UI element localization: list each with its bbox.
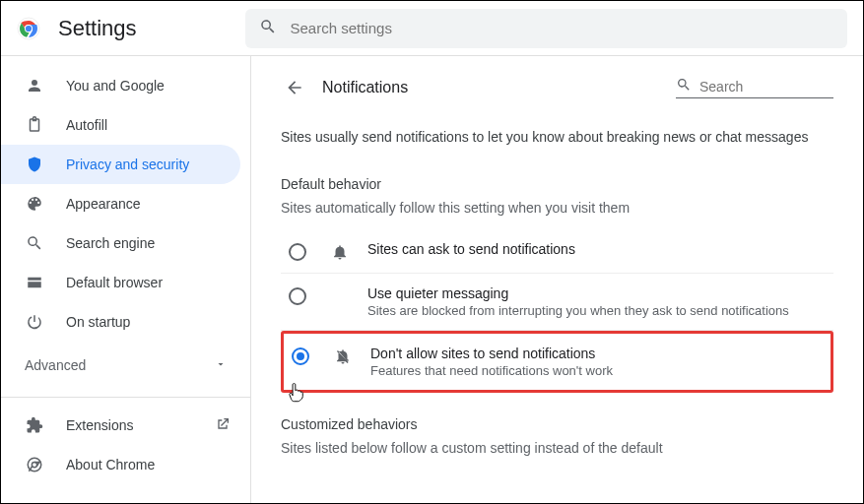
- page-title: Notifications: [322, 79, 676, 96]
- sidebar-item-label: Autofill: [66, 117, 107, 133]
- sidebar-item-label: Appearance: [66, 196, 141, 212]
- sidebar-item-label: Search engine: [66, 235, 155, 251]
- top-bar: Settings: [1, 1, 863, 56]
- sidebar-divider: [1, 397, 250, 398]
- app-title: Settings: [58, 16, 137, 41]
- option-sites-can-ask[interactable]: Sites can ask to send notifications: [281, 229, 833, 274]
- option-sub: Sites are blocked from interrupting you …: [367, 303, 826, 318]
- option-title: Don't allow sites to send notifications: [370, 346, 823, 361]
- radio-button[interactable]: [289, 287, 306, 305]
- sidebar-item-label: About Chrome: [66, 457, 231, 472]
- global-search-input[interactable]: [291, 20, 834, 36]
- search-icon: [676, 77, 692, 95]
- sidebar-advanced-toggle[interactable]: Advanced: [1, 342, 250, 389]
- advanced-label: Advanced: [25, 357, 86, 373]
- shield-icon: [25, 156, 44, 173]
- option-title: Sites can ask to send notifications: [367, 241, 826, 257]
- svg-point-2: [26, 25, 32, 31]
- search-icon: [25, 234, 44, 252]
- sidebar-item-label: Privacy and security: [66, 157, 189, 172]
- browser-icon: [25, 274, 44, 291]
- sidebar-item-on-startup[interactable]: On startup: [1, 302, 240, 342]
- sidebar-item-appearance[interactable]: Appearance: [1, 184, 240, 223]
- back-button[interactable]: [281, 74, 308, 101]
- clipboard-icon: [25, 116, 44, 134]
- bell-icon: [330, 243, 350, 261]
- page-header: Notifications: [281, 74, 833, 101]
- customized-behaviors-sub: Sites listed below follow a custom setti…: [281, 440, 833, 456]
- global-search[interactable]: [245, 9, 848, 48]
- sidebar-item-label: Extensions: [66, 417, 215, 433]
- chrome-outline-icon: [25, 456, 44, 473]
- sidebar-item-search-engine[interactable]: Search engine: [1, 223, 240, 263]
- radio-button[interactable]: [292, 347, 309, 365]
- customized-behaviors-heading: Customized behaviors: [281, 416, 833, 432]
- search-icon: [259, 18, 277, 38]
- bell-off-icon: [333, 347, 353, 365]
- open-external-icon: [215, 416, 231, 435]
- default-behavior-options: Sites can ask to send notifications Use …: [281, 229, 833, 393]
- person-icon: [25, 77, 44, 94]
- radio-button[interactable]: [289, 243, 306, 261]
- option-title: Use quieter messaging: [367, 285, 826, 301]
- option-sub: Features that need notifications won't w…: [370, 363, 823, 378]
- sidebar-item-extensions[interactable]: Extensions: [1, 406, 250, 445]
- sidebar-item-label: On startup: [66, 314, 130, 330]
- sidebar: You and Google Autofill Privacy and secu…: [1, 56, 251, 503]
- sidebar-item-privacy-security[interactable]: Privacy and security: [1, 145, 240, 184]
- sidebar-item-about-chrome[interactable]: About Chrome: [1, 445, 250, 484]
- sidebar-item-default-browser[interactable]: Default browser: [1, 263, 240, 302]
- chrome-logo-icon: [17, 17, 40, 40]
- sidebar-item-you-and-google[interactable]: You and Google: [1, 66, 240, 105]
- sidebar-item-autofill[interactable]: Autofill: [1, 105, 240, 145]
- default-behavior-sub: Sites automatically follow this setting …: [281, 200, 833, 216]
- palette-icon: [25, 195, 44, 213]
- main-content: Notifications Sites usually send notific…: [251, 56, 863, 503]
- option-dont-allow[interactable]: Don't allow sites to send notifications …: [281, 331, 833, 393]
- sidebar-item-label: You and Google: [66, 78, 165, 94]
- extension-icon: [25, 416, 44, 434]
- sidebar-item-label: Default browser: [66, 275, 163, 290]
- chevron-down-icon: [215, 357, 227, 373]
- option-quieter-messaging[interactable]: Use quieter messaging Sites are blocked …: [281, 274, 833, 331]
- page-search-input[interactable]: [699, 79, 833, 94]
- default-behavior-heading: Default behavior: [281, 176, 833, 192]
- page-description: Sites usually send notifications to let …: [281, 129, 833, 145]
- page-search[interactable]: [676, 77, 833, 98]
- power-icon: [25, 313, 44, 331]
